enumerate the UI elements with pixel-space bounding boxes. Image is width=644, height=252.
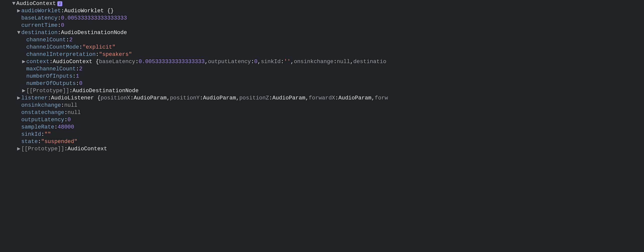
prop-value: 0.005333333333333333 bbox=[61, 15, 127, 22]
prop-value: 0 bbox=[68, 116, 71, 123]
disclosure-down-icon[interactable]: ▼ bbox=[12, 0, 16, 7]
prop-value: 48000 bbox=[58, 123, 74, 131]
prop-samplerate[interactable]: ▶ sampleRate: 48000 bbox=[0, 123, 644, 131]
prop-value: 1 bbox=[76, 73, 79, 80]
preview-key: baseLatency bbox=[99, 58, 135, 65]
disclosure-right-icon[interactable]: ▶ bbox=[17, 94, 21, 102]
prop-key: sinkId bbox=[21, 131, 41, 138]
prop-value: "explicit" bbox=[82, 44, 115, 51]
prop-key: maxChannelCount bbox=[26, 65, 76, 73]
prop-currenttime[interactable]: ▶ currentTime: 0 bbox=[0, 22, 644, 29]
prop-channelinterpretation[interactable]: ▶ channelInterpretation: "speakers" bbox=[0, 51, 644, 58]
brace-open: { bbox=[97, 94, 101, 102]
prop-value: "" bbox=[44, 131, 51, 138]
prop-context[interactable]: ▶ context: AudioContext { baseLatency: 0… bbox=[0, 58, 644, 65]
prop-value: "speakers" bbox=[99, 51, 132, 58]
brace-open: { bbox=[96, 58, 99, 65]
preview-val: 0 bbox=[254, 58, 257, 65]
prop-onsinkchange[interactable]: ▶ onsinkchange: null bbox=[0, 102, 644, 109]
prop-key: context bbox=[26, 58, 49, 65]
prop-prototype[interactable]: ▶ [[Prototype]]: AudioDestinationNode bbox=[0, 87, 644, 94]
prop-key: onsinkchange bbox=[21, 102, 61, 109]
preview-key: positionZ bbox=[239, 94, 269, 102]
prop-key: destination bbox=[21, 29, 58, 36]
preview-key: onsinkchange bbox=[294, 58, 333, 65]
prop-key: currentTime bbox=[21, 22, 58, 29]
prop-key: numberOfInputs bbox=[26, 73, 73, 80]
prop-key: outputLatency bbox=[21, 116, 64, 123]
prop-key: channelCountMode bbox=[26, 44, 79, 51]
preview-val: null bbox=[337, 58, 350, 65]
prop-key: [[Prototype]] bbox=[21, 145, 64, 153]
preview-key: destinatio bbox=[353, 58, 386, 65]
prop-key: sampleRate bbox=[21, 123, 54, 131]
prop-value: 2 bbox=[79, 65, 82, 73]
prop-audioworklet[interactable]: ▶ audioWorklet: AudioWorklet {} bbox=[0, 7, 644, 15]
prop-sinkid[interactable]: ▶ sinkId: "" bbox=[0, 131, 644, 138]
prop-value: "suspended" bbox=[41, 138, 77, 145]
prop-key: channelCount bbox=[26, 36, 66, 44]
prop-channelcount[interactable]: ▶ channelCount: 2 bbox=[0, 36, 644, 44]
prop-onstatechange[interactable]: ▶ onstatechange: null bbox=[0, 109, 644, 116]
prop-listener[interactable]: ▶ listener: AudioListener { positionX: A… bbox=[0, 94, 644, 102]
disclosure-down-icon[interactable]: ▼ bbox=[17, 29, 21, 36]
prop-destination[interactable]: ▼ destination: AudioDestinationNode bbox=[0, 29, 644, 36]
prop-key: audioWorklet bbox=[21, 7, 61, 15]
prop-value: null bbox=[68, 109, 81, 116]
object-tree: ▼ AudioContext i ▶ audioWorklet: AudioWo… bbox=[0, 0, 644, 154]
prop-channelcountmode[interactable]: ▶ channelCountMode: "explicit" bbox=[0, 44, 644, 51]
preview-key: sinkId bbox=[261, 58, 280, 65]
prop-classname: AudioWorklet bbox=[64, 7, 104, 15]
disclosure-right-icon[interactable]: ▶ bbox=[17, 7, 21, 15]
prop-classname: AudioDestinationNode bbox=[61, 29, 127, 36]
prop-key: numberOfOutputs bbox=[26, 80, 76, 87]
prop-maxchannelcount[interactable]: ▶ maxChannelCount: 2 bbox=[0, 65, 644, 73]
prop-baselatency[interactable]: ▶ baseLatency: 0.005333333333333333 bbox=[0, 15, 644, 22]
prop-state[interactable]: ▶ state: "suspended" bbox=[0, 138, 644, 145]
preview-val: AudioParam bbox=[272, 94, 305, 102]
preview-val: AudioParam bbox=[203, 94, 236, 102]
preview-key: outputLatency bbox=[208, 58, 251, 65]
preview-val: '' bbox=[284, 58, 290, 65]
preview-key: positionY bbox=[170, 94, 200, 102]
prop-classname: AudioListener bbox=[51, 94, 94, 102]
prop-key: listener bbox=[21, 94, 48, 102]
disclosure-right-icon[interactable]: ▶ bbox=[22, 87, 26, 94]
prop-numberofoutputs[interactable]: ▶ numberOfOutputs: 0 bbox=[0, 80, 644, 87]
root-row[interactable]: ▼ AudioContext i bbox=[0, 0, 644, 7]
prop-key: channelInterpretation bbox=[26, 51, 96, 58]
disclosure-right-icon[interactable]: ▶ bbox=[22, 58, 26, 65]
prop-classname: AudioDestinationNode bbox=[73, 87, 139, 94]
braces: {} bbox=[107, 7, 114, 15]
prop-classname: AudioContext bbox=[53, 58, 92, 65]
prop-numberofinputs[interactable]: ▶ numberOfInputs: 1 bbox=[0, 73, 644, 80]
prop-value: 2 bbox=[69, 36, 73, 44]
prop-key: [[Prototype]] bbox=[26, 87, 69, 94]
preview-key: forw bbox=[375, 94, 388, 102]
preview-val: AudioParam bbox=[339, 94, 372, 102]
preview-key: positionX bbox=[101, 94, 130, 102]
prop-outputlatency[interactable]: ▶ outputLatency: 0 bbox=[0, 116, 644, 123]
prop-value: null bbox=[64, 102, 78, 109]
prop-prototype[interactable]: ▶ [[Prototype]]: AudioContext bbox=[0, 145, 644, 153]
prop-key: baseLatency bbox=[21, 15, 58, 22]
prop-key: state bbox=[21, 138, 38, 145]
info-badge-icon[interactable]: i bbox=[57, 1, 62, 6]
prop-classname: AudioContext bbox=[68, 145, 107, 153]
preview-val: 0.005333333333333333 bbox=[139, 58, 205, 65]
preview-val: AudioParam bbox=[134, 94, 167, 102]
prop-value: 0 bbox=[61, 22, 64, 29]
prop-value: 0 bbox=[79, 80, 82, 87]
preview-key: forwardX bbox=[309, 94, 335, 102]
disclosure-right-icon[interactable]: ▶ bbox=[17, 145, 21, 153]
root-classname: AudioContext bbox=[16, 0, 56, 7]
prop-key: onstatechange bbox=[21, 109, 64, 116]
